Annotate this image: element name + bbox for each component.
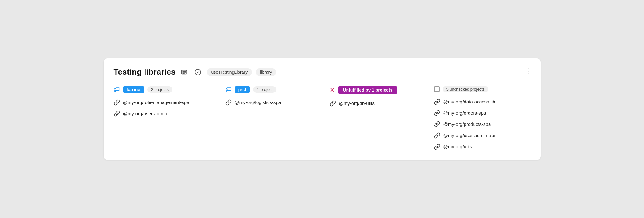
karma-column-header: 🏷 karma 2 projects bbox=[114, 86, 211, 93]
unchecked-project-list: @my-org/data-access-lib @my-org/orders-s… bbox=[434, 99, 524, 150]
jest-column: 🏷 jest 1 project @my-org/logistics-spa bbox=[218, 86, 322, 150]
main-card: Testing libraries usesTestingLibrary lib… bbox=[104, 58, 541, 160]
tag-library: library bbox=[256, 68, 276, 76]
jest-tag-label[interactable]: jest bbox=[235, 86, 250, 93]
check-circle-icon bbox=[193, 67, 203, 77]
list-item: @my-org/logistics-spa bbox=[225, 99, 316, 106]
unchecked-count: 5 unchecked projects bbox=[443, 86, 489, 92]
tag-uses-testing-library: usesTestingLibrary bbox=[207, 68, 252, 76]
link-icon bbox=[434, 121, 440, 127]
x-icon: ✕ bbox=[330, 86, 335, 94]
karma-tag-label[interactable]: karma bbox=[123, 86, 144, 93]
unchecked-column: 5 unchecked projects @my-org/data-access… bbox=[426, 86, 531, 150]
checkbox-icon bbox=[434, 86, 440, 92]
unfulfilled-badge: Unfulfilled by 1 projects bbox=[338, 86, 398, 94]
list-item: @my-org/data-access-lib bbox=[434, 99, 524, 105]
checklist-icon bbox=[179, 67, 189, 77]
more-menu-button[interactable]: ⋮ bbox=[525, 67, 532, 75]
unfulfilled-project-list: @my-org/db-utils bbox=[330, 100, 420, 107]
header: Testing libraries usesTestingLibrary lib… bbox=[114, 67, 531, 77]
list-item: @my-org/user-admin bbox=[114, 111, 211, 117]
link-icon bbox=[114, 111, 120, 117]
page-title: Testing libraries bbox=[114, 67, 176, 77]
link-icon bbox=[114, 99, 120, 106]
project-name[interactable]: @my-org/user-admin bbox=[123, 111, 167, 116]
jest-count: 1 project bbox=[253, 86, 276, 93]
karma-count: 2 projects bbox=[147, 86, 172, 93]
columns-container: 🏷 karma 2 projects @my-org/role-manageme… bbox=[114, 86, 531, 150]
karma-project-list: @my-org/role-management-spa @my-org/user… bbox=[114, 99, 211, 117]
project-name[interactable]: @my-org/products-spa bbox=[443, 121, 491, 127]
link-icon bbox=[434, 132, 440, 139]
link-icon bbox=[225, 99, 232, 106]
link-icon bbox=[434, 144, 440, 150]
project-name[interactable]: @my-org/db-utils bbox=[339, 101, 375, 106]
list-item: @my-org/role-management-spa bbox=[114, 99, 211, 106]
jest-column-header: 🏷 jest 1 project bbox=[225, 86, 316, 93]
jest-project-list: @my-org/logistics-spa bbox=[225, 99, 316, 106]
project-name[interactable]: @my-org/logistics-spa bbox=[235, 100, 281, 105]
tag-icon-jest: 🏷 bbox=[225, 86, 232, 93]
link-icon bbox=[434, 99, 440, 105]
unfulfilled-column-header: ✕ Unfulfilled by 1 projects bbox=[330, 86, 420, 94]
link-icon bbox=[330, 100, 336, 107]
list-item: @my-org/orders-spa bbox=[434, 110, 524, 116]
list-item: @my-org/user-admin-api bbox=[434, 132, 524, 139]
link-icon bbox=[434, 110, 440, 116]
project-name[interactable]: @my-org/orders-spa bbox=[443, 110, 486, 116]
karma-column: 🏷 karma 2 projects @my-org/role-manageme… bbox=[114, 86, 218, 150]
list-item: @my-org/products-spa bbox=[434, 121, 524, 127]
project-name[interactable]: @my-org/user-admin-api bbox=[443, 133, 495, 138]
tag-icon-karma: 🏷 bbox=[114, 86, 120, 93]
unchecked-column-header: 5 unchecked projects bbox=[434, 86, 524, 92]
list-item: @my-org/db-utils bbox=[330, 100, 420, 107]
project-name[interactable]: @my-org/utils bbox=[443, 144, 472, 149]
list-item: @my-org/utils bbox=[434, 144, 524, 150]
project-name[interactable]: @my-org/role-management-spa bbox=[123, 100, 189, 105]
unfulfilled-column: ✕ Unfulfilled by 1 projects @my-org/db-u… bbox=[322, 86, 426, 150]
project-name[interactable]: @my-org/data-access-lib bbox=[443, 99, 495, 104]
